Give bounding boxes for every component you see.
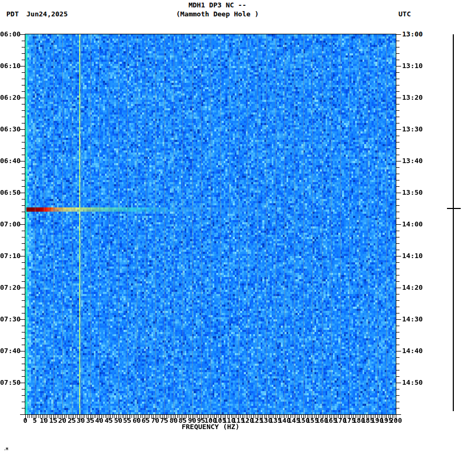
spectrogram-canvas bbox=[25, 34, 396, 414]
x-axis-title: FREQUENCY (HZ) bbox=[25, 423, 396, 431]
left-axis-tick bbox=[22, 174, 25, 174]
left-axis-tick bbox=[22, 155, 25, 155]
scale-bar-tick bbox=[447, 208, 461, 209]
left-axis-tick bbox=[22, 72, 25, 73]
right-axis-tick bbox=[396, 269, 399, 269]
left-axis-tick bbox=[20, 161, 25, 162]
right-axis-tick bbox=[396, 180, 399, 180]
right-axis-tick bbox=[396, 60, 399, 60]
right-axis-tick bbox=[396, 91, 399, 92]
left-axis-tick bbox=[20, 319, 25, 320]
left-axis-label: 07:10 bbox=[0, 252, 21, 260]
right-axis-label: 13:00 bbox=[402, 31, 425, 38]
left-axis-tick bbox=[22, 136, 25, 136]
right-axis-tick bbox=[396, 34, 401, 35]
left-axis-tick bbox=[20, 98, 25, 98]
right-axis-tick bbox=[396, 161, 401, 162]
right-axis-tick bbox=[396, 41, 399, 41]
left-axis-tick bbox=[22, 110, 25, 111]
right-axis-tick bbox=[396, 383, 401, 383]
spectrogram-viewer: PDT Jun24,2025 MDH1 DP3 NC -- (Mammoth D… bbox=[0, 0, 476, 456]
left-axis-tick bbox=[22, 370, 25, 370]
right-axis-tick bbox=[396, 370, 399, 370]
left-axis-tick bbox=[22, 250, 25, 250]
right-axis-tick bbox=[396, 395, 399, 396]
timezone-right-label: UTC bbox=[398, 11, 411, 18]
right-axis-tick bbox=[396, 376, 399, 377]
right-axis-tick bbox=[396, 345, 399, 345]
right-axis-tick bbox=[396, 155, 399, 155]
right-axis-tick bbox=[396, 275, 399, 276]
left-axis-tick bbox=[22, 300, 25, 301]
right-axis-label: 13:30 bbox=[402, 126, 425, 133]
right-axis-tick bbox=[396, 389, 399, 390]
left-axis-tick bbox=[22, 307, 25, 307]
left-axis-tick bbox=[22, 281, 25, 282]
left-axis-tick bbox=[22, 212, 25, 212]
left-axis-tick bbox=[22, 243, 25, 244]
left-axis-label: 07:50 bbox=[0, 379, 21, 386]
left-axis-tick bbox=[22, 205, 25, 206]
right-axis-tick bbox=[396, 351, 401, 352]
right-axis-tick bbox=[396, 408, 399, 408]
right-axis-tick bbox=[396, 174, 399, 174]
right-axis-tick bbox=[396, 237, 399, 238]
left-axis-tick bbox=[22, 389, 25, 390]
title-station-name: (Mammoth Deep Hole ) bbox=[25, 10, 410, 18]
right-axis-tick bbox=[396, 167, 399, 168]
left-axis-tick bbox=[22, 186, 25, 187]
left-axis-label: 07:30 bbox=[0, 316, 21, 323]
right-axis-tick bbox=[396, 193, 401, 193]
right-axis-tick bbox=[396, 300, 399, 301]
left-axis-tick bbox=[22, 53, 25, 54]
right-axis-tick bbox=[396, 218, 399, 218]
left-axis-tick bbox=[20, 351, 25, 352]
left-axis-tick bbox=[22, 117, 25, 117]
right-axis-tick bbox=[396, 148, 399, 149]
left-axis-label: 06:50 bbox=[0, 189, 21, 196]
left-axis-tick bbox=[20, 193, 25, 193]
right-axis-tick bbox=[396, 53, 399, 54]
right-axis-tick bbox=[396, 136, 399, 136]
left-axis-tick bbox=[20, 414, 25, 415]
left-axis-tick bbox=[20, 256, 25, 256]
right-axis-tick bbox=[396, 414, 401, 415]
scale-bar-line bbox=[453, 34, 454, 411]
left-axis-tick bbox=[22, 275, 25, 276]
left-axis-tick bbox=[22, 262, 25, 263]
left-axis-tick bbox=[22, 104, 25, 104]
title-station: MDH1 DP3 NC -- bbox=[25, 1, 410, 10]
right-axis-label: 13:40 bbox=[402, 157, 425, 165]
left-axis-tick bbox=[22, 60, 25, 60]
right-axis-tick bbox=[396, 307, 399, 307]
right-axis-tick bbox=[396, 142, 399, 142]
right-axis-label: 14:50 bbox=[402, 379, 425, 386]
right-axis-label: 14:00 bbox=[402, 221, 425, 228]
left-axis-tick bbox=[20, 288, 25, 288]
right-axis-tick bbox=[396, 262, 399, 263]
right-axis-tick bbox=[396, 364, 399, 364]
right-axis-tick bbox=[396, 224, 401, 225]
right-axis-label: 14:30 bbox=[402, 316, 425, 323]
right-axis-label: 13:20 bbox=[402, 94, 425, 101]
left-axis-tick bbox=[22, 294, 25, 294]
right-axis-tick bbox=[396, 123, 399, 124]
right-axis-tick bbox=[396, 319, 401, 320]
watermark: .M bbox=[4, 447, 8, 451]
left-axis-tick bbox=[22, 345, 25, 345]
left-axis-tick bbox=[22, 338, 25, 339]
left-axis-tick bbox=[22, 218, 25, 218]
right-axis-label: 14:40 bbox=[402, 347, 425, 355]
right-axis-tick bbox=[396, 212, 399, 212]
right-axis-label: 14:20 bbox=[402, 284, 425, 291]
right-axis-tick bbox=[396, 117, 399, 117]
left-axis-tick bbox=[22, 79, 25, 79]
timezone-left-label: PDT bbox=[6, 11, 18, 18]
left-axis-tick bbox=[22, 123, 25, 124]
left-axis-tick bbox=[22, 91, 25, 92]
left-axis-label: 07:40 bbox=[0, 347, 21, 355]
left-axis-tick bbox=[22, 167, 25, 168]
plot-frame bbox=[25, 34, 396, 415]
right-axis-tick bbox=[396, 250, 399, 250]
right-axis-tick bbox=[396, 357, 399, 358]
